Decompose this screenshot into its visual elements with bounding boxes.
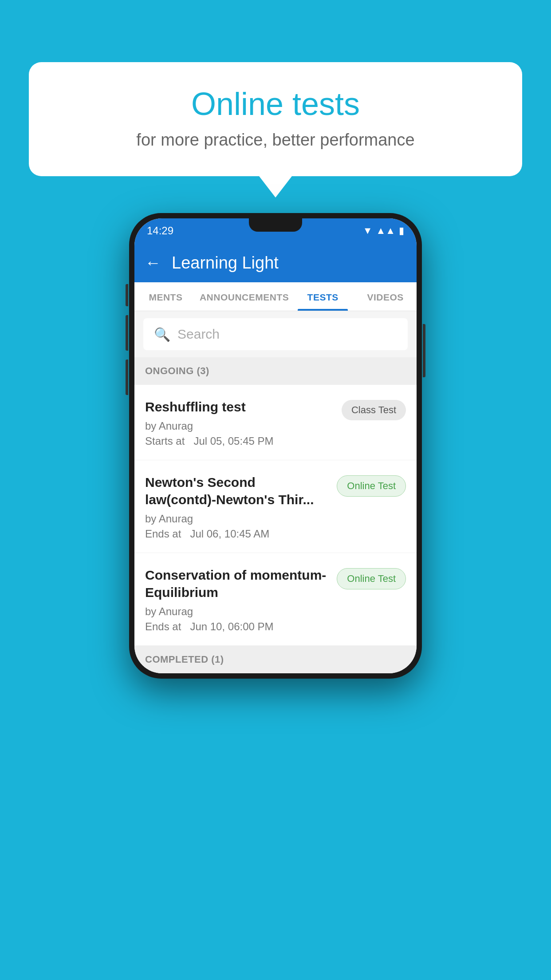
signal-icon: ▲▲ [376,225,395,237]
test-time: Starts at Jul 05, 05:45 PM [145,435,335,447]
test-item[interactable]: Reshuffling test by Anurag Starts at Jul… [134,385,417,460]
phone-volume-up [126,284,128,306]
search-container: 🔍 Search [134,311,417,357]
test-item[interactable]: Newton's Second law(contd)-Newton's Thir… [134,460,417,553]
speech-bubble-title: Online tests [60,87,491,122]
test-author: by Anurag [145,605,330,618]
search-bar[interactable]: 🔍 Search [143,318,408,350]
test-badge-online: Online Test [337,475,406,497]
back-arrow-icon[interactable]: ← [145,253,161,272]
test-title: Reshuffling test [145,398,335,415]
ongoing-section-header: ONGOING (3) [134,357,417,385]
phone-container: 14:29 ▼ ▲▲ ▮ ← Learning Light MENTS ANNO… [129,213,422,679]
completed-section-header: COMPLETED (1) [134,646,417,673]
test-list: Reshuffling test by Anurag Starts at Jul… [134,385,417,646]
status-time: 14:29 [147,225,173,237]
tab-ments[interactable]: MENTS [134,282,197,311]
test-author: by Anurag [145,420,335,432]
status-icons: ▼ ▲▲ ▮ [363,225,404,237]
phone-outer: 14:29 ▼ ▲▲ ▮ ← Learning Light MENTS ANNO… [129,213,422,679]
tab-announcements[interactable]: ANNOUNCEMENTS [197,282,291,311]
test-time-label: Starts at [145,435,185,447]
test-author: by Anurag [145,513,330,525]
tab-tests[interactable]: TESTS [291,282,354,311]
search-icon: 🔍 [154,327,170,342]
phone-notch [249,218,302,232]
speech-bubble-container: Online tests for more practice, better p… [29,62,522,176]
test-title: Newton's Second law(contd)-Newton's Thir… [145,474,330,508]
speech-bubble: Online tests for more practice, better p… [29,62,522,176]
speech-bubble-subtitle: for more practice, better performance [60,130,491,150]
test-item-info: Reshuffling test by Anurag Starts at Jul… [145,398,342,447]
tab-videos[interactable]: VIDEOS [354,282,417,311]
tabs-container: MENTS ANNOUNCEMENTS TESTS VIDEOS [134,282,417,311]
app-bar-title: Learning Light [172,253,279,273]
test-time: Ends at Jul 06, 10:45 AM [145,528,330,540]
test-time-value: Jul 06, 10:45 AM [190,528,269,540]
test-item-info: Conservation of momentum-Equilibrium by … [145,566,337,633]
wifi-icon: ▼ [363,225,373,237]
phone-screen: 14:29 ▼ ▲▲ ▮ ← Learning Light MENTS ANNO… [134,218,417,673]
test-time-label: Ends at [145,528,181,540]
app-bar: ← Learning Light [134,243,417,282]
test-title: Conservation of momentum-Equilibrium [145,566,330,601]
test-item-info: Newton's Second law(contd)-Newton's Thir… [145,474,337,540]
test-item[interactable]: Conservation of momentum-Equilibrium by … [134,553,417,646]
battery-icon: ▮ [399,225,404,237]
test-time-value: Jun 10, 06:00 PM [190,620,273,632]
test-badge-online-2: Online Test [337,568,406,589]
phone-volume-down2 [126,360,128,395]
phone-power-button [423,324,425,377]
test-time-label: Ends at [145,620,181,632]
phone-volume-down1 [126,315,128,351]
search-placeholder: Search [177,327,220,342]
test-time-value: Jul 05, 05:45 PM [193,435,273,447]
test-time: Ends at Jun 10, 06:00 PM [145,620,330,633]
test-badge-class: Class Test [342,400,406,420]
